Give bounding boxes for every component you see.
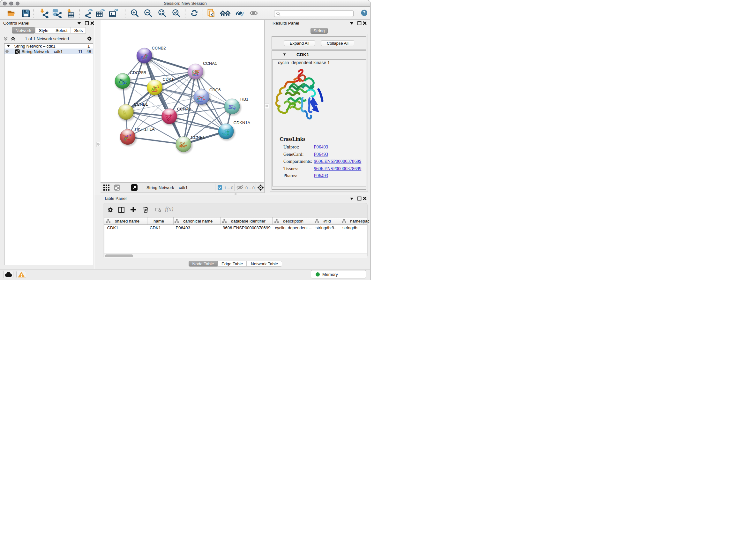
- svg-text:CCNA2: CCNA2: [177, 107, 191, 111]
- svg-text:CCNE1: CCNE1: [191, 135, 205, 140]
- svg-text:CDC25B: CDC25B: [130, 70, 146, 75]
- svg-text:CCNB2: CCNB2: [151, 46, 165, 51]
- svg-text:?: ?: [362, 10, 365, 15]
- svg-text:RB1: RB1: [240, 97, 248, 102]
- svg-text:CDK1: CDK1: [162, 77, 174, 82]
- svg-text:CCNB1: CCNB1: [134, 102, 148, 107]
- svg-text:CDKN1A: CDKN1A: [233, 120, 250, 125]
- svg-text:CCNA1: CCNA1: [203, 61, 217, 66]
- svg-text:CDC6: CDC6: [209, 87, 220, 92]
- svg-text:HIST1H1A: HIST1H1A: [135, 127, 154, 132]
